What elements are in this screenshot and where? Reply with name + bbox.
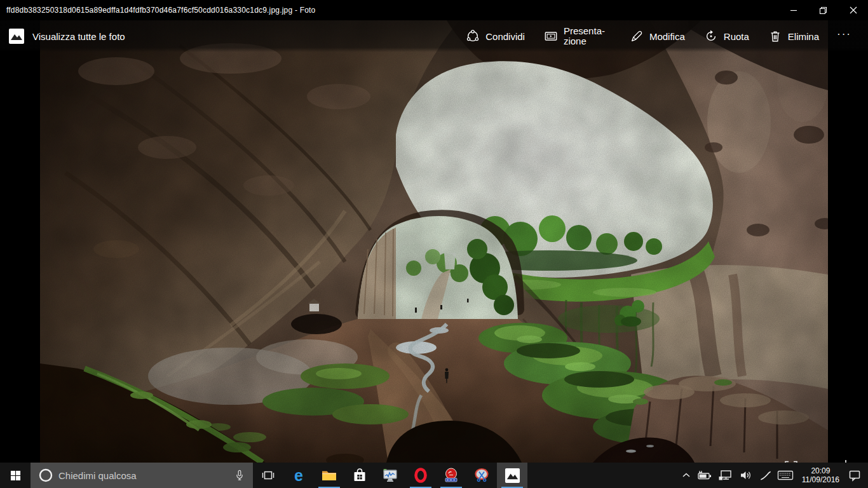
store-icon — [351, 467, 368, 484]
touch-keyboard-button[interactable] — [777, 470, 794, 480]
taskbar-app-file-explorer[interactable] — [314, 463, 344, 488]
svg-text:e: e — [294, 467, 303, 484]
clock[interactable]: 20:09 11/09/2016 — [799, 466, 842, 484]
close-icon — [850, 6, 857, 14]
cave-photo-image — [40, 20, 828, 463]
rotate-button[interactable]: Ruota — [699, 27, 754, 46]
cave-photo — [40, 20, 828, 463]
slideshow-icon — [544, 29, 558, 43]
network-status[interactable] — [718, 470, 733, 481]
battery-charging-icon — [697, 470, 712, 480]
taskbar-app-money-app[interactable] — [436, 463, 466, 488]
keyboard-icon — [777, 470, 794, 480]
minimize-button[interactable] — [778, 0, 808, 20]
slideshow-label: Presenta-zione — [564, 26, 611, 46]
edit-button[interactable]: Modifica — [625, 27, 690, 46]
view-all-photos-button[interactable]: Visualizza tutte le foto — [8, 28, 125, 44]
taskbar-apps: e — [253, 463, 527, 488]
task-view-button[interactable] — [253, 463, 283, 488]
delete-trash-icon — [768, 29, 782, 43]
view-all-photos-label: Visualizza tutte le foto — [32, 31, 125, 42]
desktop-screen: ffd8db383250318d0615a89edffa1d4fdfb370d4… — [0, 0, 868, 488]
battery-status[interactable] — [697, 470, 712, 480]
minimize-icon — [790, 6, 797, 14]
action-center-icon — [848, 469, 862, 482]
see-more-button[interactable]: ··· — [833, 25, 858, 47]
taskbar-app-store[interactable] — [344, 463, 375, 488]
taskbar: e — [0, 463, 868, 488]
slideshow-button[interactable]: Presenta-zione — [539, 24, 616, 49]
taskbar-app-photos[interactable] — [497, 463, 527, 488]
photos-app-icon — [505, 468, 520, 484]
cortana-icon — [39, 468, 53, 482]
photos-app-icon — [8, 28, 25, 44]
photos-command-bar: Visualizza tutte le foto Condividi Prese — [0, 20, 868, 52]
share-button[interactable]: Condividi — [461, 27, 530, 46]
pen-settings[interactable] — [759, 469, 771, 482]
money-app-icon — [443, 467, 459, 484]
taskbar-app-system-monitor[interactable] — [375, 463, 405, 488]
search-input[interactable] — [58, 470, 211, 481]
pen-icon — [759, 469, 771, 482]
action-center-button[interactable] — [848, 469, 862, 482]
file-explorer-icon — [321, 467, 337, 484]
system-tray: 20:09 11/09/2016 — [681, 463, 868, 488]
edit-pencil-icon — [630, 29, 644, 43]
edge-icon: e — [290, 467, 307, 484]
share-icon — [466, 29, 480, 43]
taskbar-app-snipping-tool[interactable] — [466, 463, 497, 488]
share-label: Condividi — [485, 31, 525, 42]
start-button[interactable] — [0, 463, 31, 488]
cortana-search-box[interactable] — [31, 463, 253, 488]
command-group: Condividi Presenta-zione Modifica — [461, 24, 858, 49]
restore-icon — [819, 6, 827, 15]
window-title: ffd8db383250318d0615a89edffa1d4fdfb370d4… — [6, 0, 315, 20]
delete-button[interactable]: Elimina — [763, 27, 824, 46]
titlebar: ffd8db383250318d0615a89edffa1d4fdfb370d4… — [0, 0, 868, 20]
taskbar-app-opera[interactable] — [405, 463, 436, 488]
edit-label: Modifica — [649, 31, 685, 42]
taskbar-app-edge[interactable]: e — [283, 463, 314, 488]
windows-logo-icon — [10, 470, 21, 481]
photo-viewer-stage — [0, 20, 868, 463]
clock-time: 20:09 — [811, 466, 830, 475]
microphone-icon[interactable] — [234, 469, 245, 482]
tray-expand-button[interactable] — [681, 470, 691, 480]
close-button[interactable] — [838, 0, 868, 20]
system-monitor-icon — [382, 467, 398, 484]
task-view-icon — [262, 469, 275, 482]
volume-status[interactable] — [739, 470, 753, 481]
speaker-icon — [739, 470, 753, 481]
chevron-up-icon — [681, 470, 691, 480]
rotate-label: Ruota — [724, 31, 749, 42]
ethernet-network-icon — [718, 470, 733, 481]
delete-label: Elimina — [788, 31, 819, 42]
restore-button[interactable] — [808, 0, 838, 20]
rotate-icon — [704, 29, 718, 43]
opera-icon — [412, 467, 429, 484]
snipping-tool-icon — [473, 467, 490, 484]
clock-date: 11/09/2016 — [802, 475, 839, 484]
